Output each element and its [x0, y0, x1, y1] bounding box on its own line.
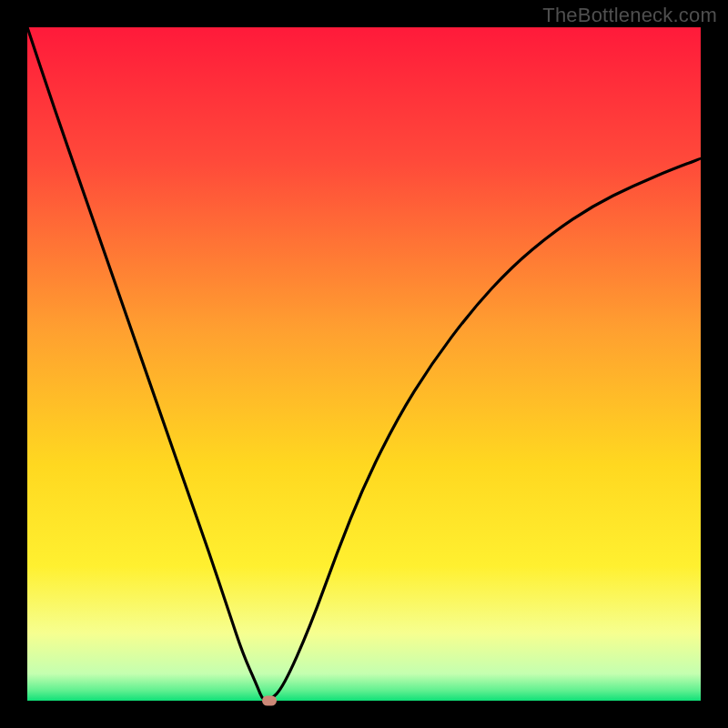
plot-area [27, 27, 701, 701]
chart-frame: TheBottleneck.com [0, 0, 728, 728]
optimal-point-marker [262, 696, 277, 706]
curve-layer [27, 27, 701, 701]
bottleneck-curve [27, 27, 701, 701]
watermark-text: TheBottleneck.com [542, 4, 717, 27]
